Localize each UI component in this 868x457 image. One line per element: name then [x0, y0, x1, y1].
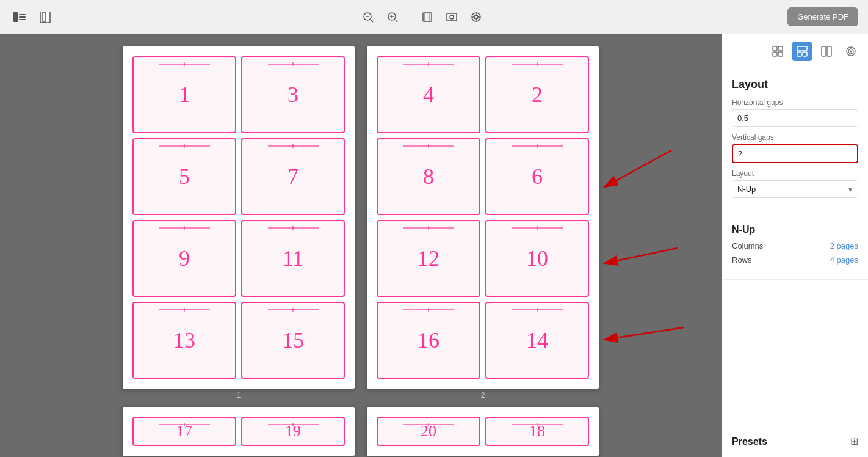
- svg-rect-3: [19, 19, 26, 20]
- cell-tick: [292, 423, 294, 426]
- svg-line-9: [371, 20, 373, 22]
- svg-line-13: [396, 20, 397, 22]
- generate-pdf-button[interactable]: Generate PDF: [787, 7, 858, 26]
- cell-number: 15: [282, 327, 304, 353]
- svg-rect-27: [773, 52, 777, 56]
- cell-tick: [184, 144, 185, 148]
- svg-rect-30: [797, 52, 801, 56]
- page-wrapper-1: 1 3 5 7 9 11 13 15 1: [123, 46, 355, 400]
- pages-icon[interactable]: [37, 7, 56, 27]
- panel-icon-target[interactable]: [841, 42, 861, 61]
- toolbar-right: Generate PDF: [787, 7, 858, 26]
- vertical-gaps-label: Vertical gaps: [732, 133, 858, 142]
- cell-tick: [184, 308, 185, 312]
- cell-tick: [537, 423, 538, 426]
- svg-rect-6: [45, 12, 50, 23]
- cell-number: 4: [423, 82, 434, 108]
- page-cell-10: 10: [485, 220, 589, 297]
- svg-rect-0: [13, 12, 18, 22]
- columns-label: Columns: [732, 241, 763, 250]
- page-cell-7: 7: [241, 138, 345, 215]
- zoom-out-button[interactable]: [358, 7, 378, 27]
- columns-row: Columns 2 pages: [732, 241, 858, 250]
- panel-icon-split[interactable]: [817, 42, 836, 61]
- vertical-gaps-field: Vertical gaps: [732, 133, 858, 163]
- cell-tick: [537, 144, 538, 148]
- rows-value[interactable]: 4 pages: [830, 255, 858, 265]
- right-panel: Layout Horizontal gaps Vertical gaps Lay…: [722, 34, 868, 457]
- presets-section: Presets ⊞: [722, 426, 868, 457]
- horizontal-gaps-input[interactable]: [732, 109, 858, 127]
- page-1-label: 1: [237, 391, 241, 400]
- layout-type-label: Layout: [732, 169, 858, 178]
- page-wrapper-2: 4 2 8 6 12 10 16 14 2: [367, 46, 599, 400]
- svg-rect-2: [19, 16, 26, 18]
- cell-tick: [292, 144, 294, 148]
- cell-tick: [428, 423, 429, 426]
- page-cell-20: 20: [377, 417, 480, 446]
- svg-rect-14: [423, 13, 432, 21]
- nup-title: N-Up: [732, 224, 858, 235]
- cell-tick: [537, 308, 538, 312]
- svg-rect-29: [797, 46, 807, 51]
- cell-number: 9: [179, 246, 190, 271]
- rows-label: Rows: [732, 255, 752, 265]
- page-cell-11: 11: [241, 220, 345, 297]
- panel-icon-layout[interactable]: [792, 42, 812, 61]
- toolbar: Generate PDF: [0, 0, 868, 34]
- svg-rect-32: [822, 46, 826, 56]
- page-cell-13: 13: [132, 302, 236, 379]
- sidebar-toggle-icon[interactable]: [10, 7, 29, 27]
- svg-point-18: [450, 15, 454, 19]
- fit-page-button[interactable]: [418, 7, 437, 27]
- page-2: 4 2 8 6 12 10 16 14: [367, 46, 599, 389]
- cell-tick: [292, 308, 294, 312]
- cell-tick: [184, 226, 185, 230]
- cell-tick: [292, 62, 294, 66]
- cell-number: 11: [283, 246, 304, 271]
- svg-rect-17: [447, 13, 457, 21]
- rows-row: Rows 4 pages: [732, 255, 858, 265]
- page-cell-12: 12: [377, 220, 480, 297]
- fit-width-button[interactable]: [442, 7, 461, 27]
- panel-icon-bar: [722, 34, 868, 68]
- cell-tick: [537, 62, 538, 66]
- toolbar-left: [10, 7, 56, 27]
- layout-select-wrapper: N-Up Booklet Cut Stack ▼: [732, 180, 858, 198]
- main-area: 1 3 5 7 9 11 13 15 1 4 2 8 6 12: [0, 34, 868, 457]
- horizontal-gaps-field: Horizontal gaps: [732, 98, 858, 127]
- cell-number: 7: [288, 164, 298, 189]
- svg-rect-1: [19, 14, 26, 15]
- cell-number: 5: [179, 164, 190, 189]
- pages-row-1: 1 3 5 7 9 11 13 15 1 4 2 8 6 12: [123, 46, 599, 400]
- presets-grid-icon[interactable]: ⊞: [850, 436, 858, 447]
- layout-type-select[interactable]: N-Up Booklet Cut Stack: [732, 180, 858, 198]
- cell-number: 1: [179, 82, 190, 108]
- cell-number: 14: [526, 327, 548, 353]
- vertical-gaps-input[interactable]: [733, 145, 857, 162]
- page-3-partial: 17 19: [123, 407, 355, 456]
- canvas-area[interactable]: 1 3 5 7 9 11 13 15 1 4 2 8 6 12: [0, 34, 722, 457]
- cell-tick: [428, 308, 429, 312]
- page-wrapper-3: 17 19: [123, 407, 355, 456]
- zoom-in-button[interactable]: [383, 7, 402, 27]
- columns-value[interactable]: 2 pages: [830, 241, 858, 250]
- cell-tick: [184, 62, 185, 66]
- panel-icon-grid[interactable]: [768, 42, 787, 61]
- page-cell-8: 8: [377, 138, 480, 215]
- toolbar-divider: [410, 10, 410, 24]
- page-cell-2: 2: [485, 56, 589, 133]
- cell-number: 16: [418, 327, 439, 353]
- cell-number: 8: [423, 164, 434, 189]
- fullscreen-button[interactable]: [466, 7, 486, 27]
- layout-type-field: Layout N-Up Booklet Cut Stack ▼: [732, 169, 858, 198]
- svg-rect-33: [827, 46, 831, 56]
- page-cell-16: 16: [377, 302, 480, 379]
- page-cell-5: 5: [132, 138, 236, 215]
- cell-tick: [428, 62, 429, 66]
- pages-row-2: 17 19 20 18: [123, 407, 599, 456]
- page-cell-19: 19: [241, 417, 345, 446]
- panel-spacer: [722, 280, 868, 426]
- page-cell-4: 4: [377, 56, 480, 133]
- cell-tick: [537, 226, 538, 230]
